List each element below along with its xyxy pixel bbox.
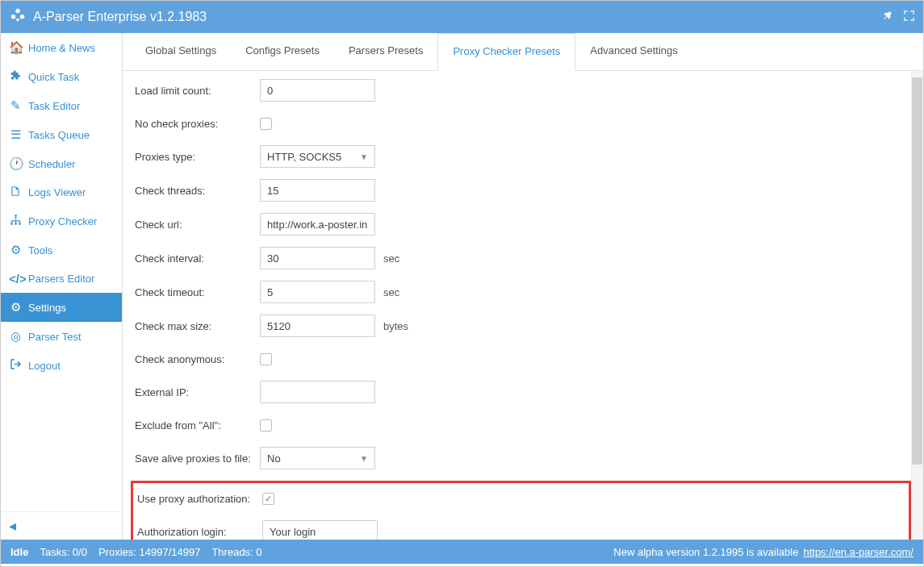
- sidebar-item-label: Home & News: [28, 42, 95, 54]
- app-header: A-Parser Enterprise v1.2.1983: [1, 1, 923, 33]
- sidebar-item-label: Tools: [28, 244, 52, 256]
- fullscreen-icon[interactable]: [903, 10, 915, 24]
- sidebar-item-tools[interactable]: ⚙Tools: [1, 236, 122, 265]
- file-icon: [9, 186, 22, 199]
- sidebar-item-tasksqueue[interactable]: ☰Tasks Queue: [1, 120, 122, 149]
- check-anonymous-checkbox[interactable]: [260, 353, 272, 365]
- settings-content: Load limit count: No check proxies: Prox…: [123, 71, 923, 540]
- sidebar-item-label: Tasks Queue: [28, 129, 90, 141]
- sidebar-item-label: Logs Viewer: [28, 186, 86, 198]
- external-ip-label: External IP:: [135, 386, 260, 398]
- check-threads-input[interactable]: [260, 179, 375, 202]
- check-max-size-input[interactable]: [260, 315, 375, 337]
- tab-parsers-presets[interactable]: Parsers Presets: [334, 33, 437, 70]
- proxies-type-label: Proxies type:: [135, 151, 260, 163]
- sidebar-item-label: Settings: [28, 302, 66, 314]
- auth-login-label: Authorization login:: [137, 526, 262, 538]
- tabs-bar: Global Settings Configs Presets Parsers …: [123, 33, 923, 71]
- status-bar: Idle Tasks: 0/0 Proxies: 14997/14997 Thr…: [1, 540, 923, 564]
- sidebar-item-label: Proxy Checker: [28, 215, 97, 227]
- check-timeout-label: Check timeout:: [135, 286, 260, 298]
- svg-rect-6: [15, 223, 17, 225]
- save-alive-label: Save alive proxies to file:: [135, 452, 260, 465]
- cogs-icon: ⚙: [9, 243, 22, 257]
- no-check-proxies-label: No check proxies:: [135, 118, 260, 130]
- svg-rect-4: [15, 215, 17, 217]
- clock-icon: 🕐: [9, 156, 22, 171]
- target-icon: ◎: [9, 329, 22, 344]
- status-proxies: Proxies: 14997/14997: [98, 546, 200, 558]
- no-check-proxies-checkbox[interactable]: [260, 118, 272, 130]
- check-interval-input[interactable]: [260, 247, 375, 269]
- sidebar-item-scheduler[interactable]: 🕐Scheduler: [1, 149, 122, 178]
- status-alpha-text: New alpha version 1.2.1995 is available: [613, 546, 798, 558]
- svg-rect-5: [10, 223, 13, 225]
- gear-icon: ⚙: [9, 300, 22, 315]
- tab-advanced-settings[interactable]: Advanced Settings: [575, 33, 692, 70]
- status-link[interactable]: https://en.a-parser.com/: [803, 546, 914, 558]
- sidebar: 🏠Home & News Quick Task ✎Task Editor ☰Ta…: [1, 33, 123, 540]
- load-limit-count-input[interactable]: [260, 79, 375, 102]
- tab-proxy-checker-presets[interactable]: Proxy Checker Presets: [437, 33, 575, 71]
- sidebar-item-logsviewer[interactable]: Logs Viewer: [1, 178, 122, 206]
- svg-point-3: [16, 18, 19, 21]
- exclude-from-all-checkbox[interactable]: [260, 419, 272, 432]
- chevron-down-icon: ▼: [360, 152, 368, 161]
- sidebar-item-label: Logout: [28, 360, 61, 372]
- check-url-input[interactable]: [260, 213, 375, 236]
- check-interval-label: Check interval:: [135, 252, 260, 265]
- check-timeout-input[interactable]: [260, 281, 375, 303]
- signout-icon: [9, 358, 22, 373]
- sidebar-item-label: Quick Task: [28, 71, 79, 83]
- check-interval-unit: sec: [383, 252, 399, 265]
- auth-login-input[interactable]: [262, 520, 378, 540]
- use-proxy-auth-checkbox[interactable]: [262, 493, 274, 505]
- scrollbar-track[interactable]: [911, 71, 923, 540]
- sitemap-icon: [9, 214, 22, 228]
- auth-highlight-box: Use proxy authorization: Authorization l…: [131, 481, 911, 540]
- chevron-down-icon: ▼: [360, 454, 368, 463]
- code-icon: </>: [9, 272, 22, 286]
- check-anonymous-label: Check anonymous:: [135, 353, 260, 365]
- check-max-size-label: Check max size:: [135, 320, 260, 332]
- list-icon: ☰: [9, 127, 22, 142]
- proxies-type-select[interactable]: HTTP, SOCKS5▼: [260, 145, 375, 168]
- svg-point-0: [15, 8, 20, 13]
- proxies-type-value: HTTP, SOCKS5: [267, 151, 341, 163]
- save-alive-select[interactable]: No▼: [260, 447, 375, 469]
- pin-icon[interactable]: [881, 10, 893, 24]
- check-timeout-unit: sec: [383, 286, 399, 298]
- sidebar-item-taskeditor[interactable]: ✎Task Editor: [1, 91, 122, 120]
- sidebar-item-label: Parsers Editor: [28, 273, 94, 285]
- tab-configs-presets[interactable]: Configs Presets: [231, 33, 334, 70]
- sidebar-item-parsertest[interactable]: ◎Parser Test: [1, 322, 122, 351]
- exclude-from-all-label: Exclude from "All":: [135, 419, 260, 432]
- check-max-size-unit: bytes: [383, 320, 408, 332]
- home-icon: 🏠: [9, 40, 22, 55]
- sidebar-item-label: Parser Test: [28, 331, 82, 343]
- svg-rect-7: [19, 223, 21, 225]
- sidebar-collapse-button[interactable]: ◂: [1, 511, 122, 540]
- sidebar-item-quicktask[interactable]: Quick Task: [1, 62, 122, 91]
- sidebar-item-logout[interactable]: Logout: [1, 351, 122, 380]
- external-ip-input[interactable]: [260, 381, 375, 403]
- load-limit-count-label: Load limit count:: [135, 85, 260, 97]
- svg-point-2: [20, 15, 25, 19]
- sidebar-item-settings[interactable]: ⚙Settings: [1, 293, 122, 322]
- save-alive-value: No: [267, 452, 281, 465]
- sidebar-item-home[interactable]: 🏠Home & News: [1, 33, 122, 62]
- status-tasks: Tasks: 0/0: [40, 546, 87, 558]
- sidebar-item-parserseditor[interactable]: </>Parsers Editor: [1, 265, 122, 293]
- sidebar-item-proxychecker[interactable]: Proxy Checker: [1, 206, 122, 236]
- sidebar-item-label: Scheduler: [28, 158, 76, 170]
- check-threads-label: Check threads:: [135, 185, 260, 197]
- status-idle: Idle: [10, 546, 28, 558]
- scrollbar-thumb[interactable]: [912, 77, 922, 465]
- pencil-icon: ✎: [9, 98, 22, 113]
- check-url-label: Check url:: [135, 219, 260, 231]
- use-proxy-auth-label: Use proxy authorization:: [137, 493, 262, 505]
- app-logo-icon: [9, 6, 27, 28]
- tab-global-settings[interactable]: Global Settings: [131, 33, 231, 70]
- puzzle-icon: [9, 69, 22, 84]
- status-threads: Threads: 0: [211, 546, 261, 558]
